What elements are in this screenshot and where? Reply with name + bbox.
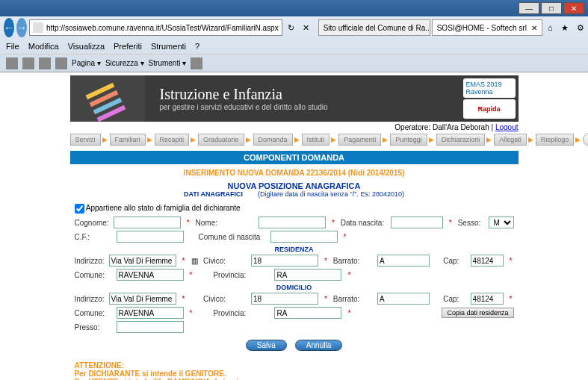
page-content: Istruzione e Infanzia per gestire i serv… xyxy=(0,72,588,380)
input-comune-nascita[interactable] xyxy=(270,231,338,243)
label-comune-nascita: Comune di nascita xyxy=(199,233,266,241)
input-dom-provincia[interactable] xyxy=(274,307,341,319)
label-dom-provincia: Provincia: xyxy=(213,309,270,317)
cancel-button[interactable]: Annulla xyxy=(295,340,342,351)
tool-bar: Pagina ▾ Sicurezza ▾ Strumenti ▾ xyxy=(0,54,588,72)
label-cf: C.F.: xyxy=(75,233,112,241)
menu-tools[interactable]: Strumenti xyxy=(151,42,186,51)
position-title: NUOVA POSIZIONE ANAGRAFICA xyxy=(70,181,519,190)
input-dom-civico[interactable] xyxy=(251,293,318,305)
bc-dichiarazioni[interactable]: Dichiarazioni xyxy=(436,134,486,146)
bc-domanda[interactable]: Domanda xyxy=(253,134,293,146)
menu-view[interactable]: Visualizza xyxy=(68,42,105,51)
menu-bar: File Modifica Visualizza Preferiti Strum… xyxy=(0,39,588,54)
input-res-provincia[interactable] xyxy=(274,269,341,281)
logo-rapida: Rapida xyxy=(463,99,516,119)
input-cognome[interactable] xyxy=(114,217,181,228)
logout-link[interactable]: Logout xyxy=(495,123,519,131)
bc-familiari[interactable]: Familiari xyxy=(110,134,146,146)
back-button[interactable]: ← xyxy=(4,18,14,37)
form-area: Appartiene allo stato di famiglia del di… xyxy=(70,201,519,358)
input-dom-comune[interactable] xyxy=(117,307,184,319)
input-data-nascita[interactable] xyxy=(391,217,443,228)
save-button[interactable]: Salva xyxy=(246,340,287,351)
input-dom-indirizzo[interactable] xyxy=(109,293,176,305)
label-dom-cap: Cap: xyxy=(443,295,465,303)
input-nome[interactable] xyxy=(259,217,326,228)
bc-recapiti[interactable]: Recapiti xyxy=(155,134,190,146)
home-round-icon[interactable]: ⌂ xyxy=(583,133,588,146)
favorites-icon[interactable]: ★ xyxy=(558,23,572,33)
copy-residenza-button[interactable]: Copia dati residenza xyxy=(442,308,513,318)
browser-tab-1[interactable]: SOSI@HOME - Softech srl✕ xyxy=(432,19,542,36)
label-sesso: Sesso: xyxy=(458,219,484,227)
insert-title: INSERIMENTO NUOVA DOMANDA 22136/2014 (Ni… xyxy=(70,164,519,181)
label-presso: Presso: xyxy=(75,323,112,331)
forward-button[interactable]: → xyxy=(16,18,27,37)
nav-bar: ← → http://sosiaweb.comune.ravenna.it/US… xyxy=(0,16,588,39)
label-dom-comune: Comune: xyxy=(75,309,112,317)
input-res-indirizzo[interactable] xyxy=(109,255,176,267)
bc-servizi[interactable]: Servizi xyxy=(70,134,101,146)
label-res-provincia: Provincia: xyxy=(213,271,270,279)
menu-favorites[interactable]: Preferiti xyxy=(114,42,142,51)
menu-file[interactable]: File xyxy=(6,42,19,51)
input-cf[interactable] xyxy=(117,231,184,243)
menu-edit[interactable]: Modifica xyxy=(28,42,59,51)
input-presso[interactable] xyxy=(117,321,184,333)
home-icon[interactable]: ⌂ xyxy=(545,23,556,32)
tb-help-icon[interactable] xyxy=(191,57,202,69)
window-close-button[interactable]: ✕ xyxy=(563,2,584,14)
famiglia-checkbox[interactable] xyxy=(75,204,84,214)
tb-tools-menu[interactable]: Strumenti ▾ xyxy=(149,59,187,67)
label-res-indirizzo: Indirizzo: xyxy=(75,257,105,265)
input-res-civico[interactable] xyxy=(251,255,318,267)
main-container: COMPONENTI DOMANDA INSERIMENTO NUOVA DOM… xyxy=(70,151,519,380)
operator-row: Operatore: Dall'Ara Deborah | Logout xyxy=(70,123,519,131)
address-bar[interactable]: http://sosiaweb.comune.ravenna.it/USosia… xyxy=(29,19,282,36)
bc-punteggi[interactable]: Punteggi xyxy=(390,134,427,146)
bc-graduatorie[interactable]: Graduatorie xyxy=(198,134,244,146)
bc-pagamenti[interactable]: Pagamenti xyxy=(338,134,381,146)
attention-box: ATTENZIONE: Per DICHIARANTE si intende i… xyxy=(70,358,519,380)
label-res-civico: Civico: xyxy=(203,257,247,265)
operator-name: Dall'Ara Deborah xyxy=(433,123,489,131)
lookup-icon[interactable]: ▥ xyxy=(191,257,199,265)
section-domicilio: DOMICILIO xyxy=(75,284,514,291)
input-dom-cap[interactable] xyxy=(471,293,504,305)
input-res-cap[interactable] xyxy=(471,255,504,267)
stop-icon[interactable]: ✕ xyxy=(300,23,312,33)
url-text: http://sosiaweb.comune.ravenna.it/USosia… xyxy=(46,24,279,32)
gear-icon[interactable]: ⚙ xyxy=(574,23,587,33)
bc-allegati[interactable]: Allegati xyxy=(494,134,527,146)
close-tab-icon[interactable]: ✕ xyxy=(531,24,537,32)
input-res-barrato[interactable] xyxy=(377,255,430,267)
label-cognome: Cognome: xyxy=(75,219,109,227)
tab-strip: Sito ufficiale del Comune di Ra... SOSI@… xyxy=(318,19,542,36)
menu-help[interactable]: ? xyxy=(195,42,199,51)
tb-security-menu[interactable]: Sicurezza ▾ xyxy=(105,59,144,67)
browser-chrome: — □ ✕ ← → http://sosiaweb.comune.ravenna… xyxy=(0,0,588,72)
select-sesso[interactable]: M xyxy=(489,217,514,228)
bc-istituti[interactable]: Istituti xyxy=(302,134,330,146)
bc-riepilogo[interactable]: Riepilogo xyxy=(536,134,575,146)
tb-page-menu[interactable]: Pagina ▾ xyxy=(72,59,101,67)
window-minimize-button[interactable]: — xyxy=(519,2,539,14)
browser-tab-0[interactable]: Sito ufficiale del Comune di Ra... xyxy=(318,19,430,36)
page-icon xyxy=(33,22,43,33)
tb-feed-icon[interactable] xyxy=(22,57,34,69)
section-title: COMPONENTI DOMANDA xyxy=(70,151,519,164)
window-maximize-button[interactable]: □ xyxy=(541,2,562,14)
input-res-comune[interactable] xyxy=(117,269,184,281)
breadcrumb: Servizi Familiari Recapiti Graduatorie D… xyxy=(70,133,519,146)
tb-mail-icon[interactable] xyxy=(39,57,51,69)
tb-home-icon[interactable] xyxy=(6,57,18,69)
tb-print-icon[interactable] xyxy=(55,57,67,69)
label-res-barrato: Barrato: xyxy=(333,257,373,265)
label-res-cap: Cap: xyxy=(443,257,465,265)
refresh-icon[interactable]: ↻ xyxy=(285,23,297,33)
section-residenza: RESIDENZA xyxy=(75,246,514,253)
input-dom-barrato[interactable] xyxy=(377,293,430,305)
label-data-nascita: Data nascita: xyxy=(341,219,386,227)
famiglia-checkbox-label: Appartiene allo stato di famiglia del di… xyxy=(86,204,241,212)
